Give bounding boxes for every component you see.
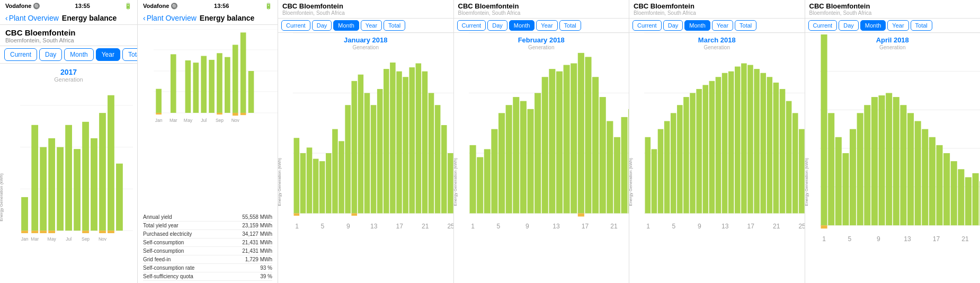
svg-rect-177 (716, 77, 721, 213)
svg-rect-10 (21, 197, 28, 231)
svg-rect-22 (82, 231, 89, 233)
tab-year-1[interactable]: Year (96, 48, 120, 61)
svg-text:May: May (48, 236, 57, 242)
svg-rect-122 (469, 145, 476, 214)
svg-text:Sep: Sep (82, 236, 90, 242)
plant-info-1: CBC Bloemfontein Bloemfontein, South Afr… (0, 25, 137, 46)
tab-day-jan[interactable]: Day (312, 20, 332, 31)
svg-rect-188 (786, 101, 792, 214)
svg-rect-81 (338, 141, 344, 213)
svg-rect-51 (217, 53, 222, 113)
tab-year-mar[interactable]: Year (712, 20, 733, 31)
svg-text:9: 9 (698, 223, 701, 230)
tab-day-apr[interactable]: Day (839, 20, 859, 31)
feb-y-label: Energy Generation (kWh) (454, 158, 458, 206)
tab-day-feb[interactable]: Day (487, 20, 507, 31)
tab-total-mar[interactable]: Total (735, 20, 756, 31)
tab-current-1[interactable]: Current (4, 48, 37, 61)
tab-current-apr[interactable]: Current (808, 20, 838, 31)
svg-text:May: May (184, 118, 193, 123)
svg-rect-175 (702, 85, 708, 213)
apr-y-label: Energy Generation (kWh) (805, 158, 809, 206)
svg-rect-44 (156, 89, 162, 113)
feb-chart-body: February 2018 Generation Energy Generati… (454, 33, 629, 283)
svg-rect-136 (571, 64, 577, 214)
feb-bar-chart: 50 100 150 200 (469, 33, 629, 273)
tab-total-feb[interactable]: Total (559, 20, 581, 31)
svg-text:1: 1 (646, 223, 650, 230)
stats-label-annual: Annual yield (143, 214, 172, 220)
tab-current-feb[interactable]: Current (457, 20, 486, 31)
svg-rect-227 (893, 97, 899, 225)
svg-rect-170 (671, 113, 676, 213)
apr-title: CBC Bloemfontein (809, 2, 976, 10)
svg-rect-52 (217, 113, 222, 114)
panel-feb-2018: CBC Bloemfontein Bloemfontein, South Afr… (454, 0, 630, 283)
svg-rect-140 (592, 77, 599, 213)
svg-rect-14 (40, 147, 47, 231)
svg-rect-218 (828, 113, 834, 225)
svg-rect-92 (403, 77, 408, 213)
svg-rect-179 (728, 72, 734, 214)
tab-total-apr[interactable]: Total (911, 20, 932, 31)
stats-row-selfsuff: Self-sufficiency quota 39 % (143, 272, 272, 281)
tab-month-apr[interactable]: Month (860, 20, 886, 31)
tab-month-mar[interactable]: Month (684, 20, 710, 31)
tab-month-1[interactable]: Month (64, 48, 93, 61)
svg-rect-16 (48, 138, 55, 231)
svg-rect-236 (958, 169, 964, 225)
svg-rect-182 (747, 65, 753, 214)
tab-year-jan[interactable]: Year (361, 20, 382, 31)
svg-rect-57 (240, 113, 246, 115)
header-1: ‹ Plant Overview Energy balance (0, 12, 137, 25)
chevron-left-icon: ‹ (5, 14, 8, 22)
svg-text:Jul: Jul (66, 236, 72, 242)
svg-text:Mar: Mar (31, 236, 39, 242)
svg-rect-133 (549, 69, 555, 213)
jan-chart-body: January 2018 Generation Energy Generatio… (278, 33, 453, 283)
tab-current-jan[interactable]: Current (281, 20, 310, 31)
svg-rect-230 (914, 121, 921, 225)
apr-chart-body: April 2018 Generation Energy Generation … (805, 33, 981, 283)
tab-day-mar[interactable]: Day (663, 20, 683, 31)
back-label-2: Plant Overview (147, 14, 197, 22)
jan-location: Bloemfontein, South Africa (282, 10, 449, 16)
svg-rect-225 (878, 95, 885, 225)
tab-total-jan[interactable]: Total (384, 20, 405, 31)
tab-month-feb[interactable]: Month (509, 20, 535, 31)
stats-value-selfcons2: 21,431 MWh (242, 248, 272, 254)
tab-year-apr[interactable]: Year (887, 20, 908, 31)
jan-chart-subtitle: Generation (353, 45, 379, 50)
svg-rect-172 (683, 97, 689, 213)
svg-rect-46 (171, 54, 176, 113)
svg-rect-184 (760, 73, 766, 214)
svg-text:Sep: Sep (216, 118, 224, 123)
svg-rect-134 (556, 72, 562, 214)
svg-text:9: 9 (525, 223, 529, 230)
svg-text:1: 1 (471, 223, 475, 230)
tab-year-feb[interactable]: Year (536, 20, 557, 31)
svg-rect-75 (300, 153, 306, 214)
back-button-2[interactable]: ‹ Plant Overview Energy balance (143, 14, 272, 22)
svg-rect-17 (48, 231, 55, 233)
stats-label-selfsuff: Self-sufficiency quota (143, 273, 193, 279)
apr-chart-subtitle: Generation (879, 45, 905, 50)
tab-current-mar[interactable]: Current (632, 20, 662, 31)
feb-header: CBC Bloemfontein Bloemfontein, South Afr… (454, 0, 629, 19)
tab-day-1[interactable]: Day (39, 48, 62, 61)
stats-row-selfrate: Self-consumption rate 93 % (143, 264, 272, 272)
svg-rect-13 (31, 231, 38, 233)
tab-total-1[interactable]: Total (122, 48, 138, 61)
svg-text:Nov: Nov (231, 118, 240, 123)
svg-text:5: 5 (848, 235, 851, 243)
svg-rect-19 (65, 125, 72, 231)
svg-rect-45 (156, 113, 162, 114)
stats-value-grid: 1,729 MWh (245, 257, 272, 262)
panel-jan-2018: CBC Bloemfontein Bloemfontein, South Afr… (278, 0, 454, 283)
svg-rect-174 (696, 89, 702, 214)
svg-rect-234 (943, 153, 950, 225)
svg-rect-123 (477, 157, 483, 214)
tab-month-jan[interactable]: Month (333, 20, 359, 31)
back-button-1[interactable]: ‹ Plant Overview Energy balance (5, 14, 132, 22)
svg-rect-96 (429, 93, 434, 214)
